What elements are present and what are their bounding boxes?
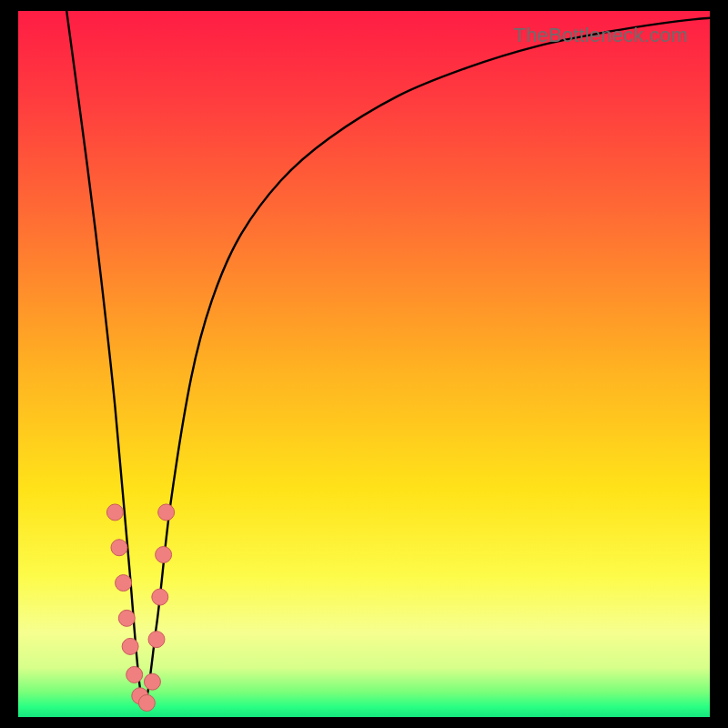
observed-points — [106, 504, 174, 712]
data-point — [116, 575, 132, 592]
data-point — [126, 666, 143, 682]
data-point — [106, 504, 123, 521]
curve-layer — [18, 11, 710, 717]
data-point — [152, 589, 168, 605]
data-point — [158, 504, 175, 521]
watermark-text: TheBottleneck.com — [513, 24, 688, 47]
chart-frame: TheBottleneck.com — [18, 11, 710, 717]
data-point — [138, 694, 155, 711]
data-point — [148, 632, 165, 648]
data-point — [118, 610, 135, 626]
data-point — [122, 638, 138, 654]
plot-area: TheBottleneck.com — [18, 11, 710, 717]
data-point — [144, 673, 160, 690]
data-point — [156, 547, 172, 563]
data-point — [111, 540, 127, 556]
